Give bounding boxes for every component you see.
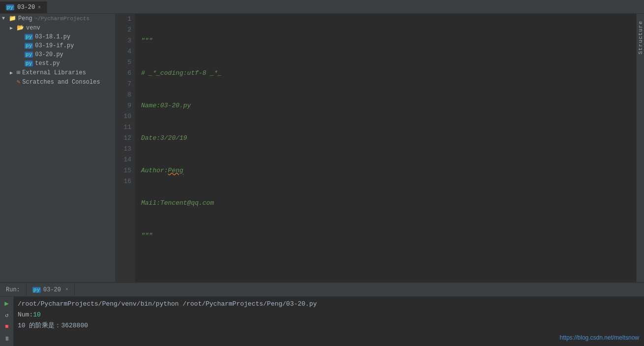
run-result: 10 的阶乘是：3628800 xyxy=(18,320,640,331)
code-line-3: Name:03-20.py xyxy=(141,100,630,111)
bottom-tab-03-20[interactable]: py 03-20 × xyxy=(27,283,75,297)
library-icon: ⊞ xyxy=(17,69,20,76)
arrow-extlibs: ▶ xyxy=(10,70,17,76)
sidebar-item-venv[interactable]: ▶ 📂 venv xyxy=(0,23,115,32)
code-line-5: Author:Peng xyxy=(141,165,630,176)
structure-label[interactable]: Structure xyxy=(638,18,644,57)
bottom-content: /root/PycharmProjects/Peng/venv/bin/pyth… xyxy=(14,297,644,346)
watermark: https://blog.csdn.net/meltsnow xyxy=(560,334,639,341)
code-editor[interactable]: 1 2 3 4 5 6 7 8 9 10 11 12 13 14 15 16 "… xyxy=(116,14,636,282)
rerun-button[interactable]: ↺ xyxy=(2,311,11,319)
sidebar-item-peng[interactable]: ▼ 📁 Peng ~/PycharmProjects xyxy=(0,14,115,23)
run-tab-close-icon[interactable]: × xyxy=(65,287,68,292)
tab-close-icon[interactable]: × xyxy=(38,5,41,10)
sidebar-item-scratches[interactable]: ✎ Scratches and Consoles xyxy=(0,77,115,87)
bottom-left-sidebar: ▶ ↺ ■ ⏸ ⬆ ⬇ xyxy=(0,297,14,346)
sidebar: ▼ 📁 Peng ~/PycharmProjects ▶ 📂 venv py 0… xyxy=(0,14,116,282)
py-file-icon-3: py xyxy=(25,52,33,58)
scratches-icon: ✎ xyxy=(17,78,20,86)
run-prompt-text: Num: xyxy=(18,311,33,318)
structure-panel[interactable]: Structure xyxy=(636,14,644,282)
sidebar-item-scratches-label: Scratches and Consoles xyxy=(22,79,100,86)
bottom-tabs: Run: py 03-20 × xyxy=(0,283,644,297)
run-tab-py-icon: py xyxy=(32,287,41,293)
code-line-1: """ xyxy=(141,35,630,46)
bottom-panel: Run: py 03-20 × ▶ ↺ ■ ⏸ ⬆ ⬇ /root/Pychar… xyxy=(0,282,644,346)
run-path: /root/PycharmProjects/Peng/venv/bin/pyth… xyxy=(18,299,640,310)
code-line-6: Mail:Tencent@qq.com xyxy=(141,198,630,209)
tab-label: 03-20 xyxy=(17,4,35,11)
sidebar-item-03-19[interactable]: py 03-19-if.py xyxy=(0,41,115,50)
run-prompt-line: Num:10 xyxy=(18,310,640,320)
sidebar-item-03-18-label: 03-18.1.py xyxy=(35,33,70,40)
sidebar-item-extlib-label: External Libraries xyxy=(22,69,86,76)
sidebar-item-external-libraries[interactable]: ▶ ⊞ External Libraries xyxy=(0,68,115,77)
sidebar-peng-path: ~/PycharmProjects xyxy=(34,16,89,22)
sidebar-item-peng-label: Peng xyxy=(18,15,32,22)
sidebar-item-03-20[interactable]: py 03-20.py xyxy=(0,50,115,59)
code-line-7: """ xyxy=(141,230,630,241)
arrow-venv: ▶ xyxy=(10,25,17,31)
run-label: Run: xyxy=(0,283,27,297)
project-folder-icon: 📁 xyxy=(9,15,16,22)
py-file-icon-4: py xyxy=(25,61,33,66)
line-numbers: 1 2 3 4 5 6 7 8 9 10 11 12 13 14 15 16 xyxy=(116,14,135,282)
venv-folder-icon: 📂 xyxy=(17,24,24,31)
sidebar-item-03-18[interactable]: py 03-18.1.py xyxy=(0,32,115,41)
pause-button[interactable]: ⏸ xyxy=(2,334,11,343)
code-line-8 xyxy=(141,263,630,274)
sidebar-item-test-label: test.py xyxy=(35,60,59,67)
tab-bar: py 03-20 × xyxy=(0,0,644,14)
py-file-icon-1: py xyxy=(25,34,33,40)
main-area: ▼ 📁 Peng ~/PycharmProjects ▶ 📂 venv py 0… xyxy=(0,14,644,282)
bottom-run-area: ▶ ↺ ■ ⏸ ⬆ ⬇ /root/PycharmProjects/Peng/v… xyxy=(0,297,644,346)
editor-area: 1 2 3 4 5 6 7 8 9 10 11 12 13 14 15 16 "… xyxy=(116,14,636,282)
sidebar-item-03-20-label: 03-20.py xyxy=(35,51,63,58)
code-line-4: Date:3/20/19 xyxy=(141,133,630,144)
code-line-2: # _*_coding:utf-8 _*_ xyxy=(141,68,630,79)
code-content[interactable]: """ # _*_coding:utf-8 _*_ Name:03-20.py … xyxy=(135,14,636,282)
run-play-button[interactable]: ▶ xyxy=(2,299,11,308)
py-file-icon-2: py xyxy=(25,43,33,49)
sidebar-item-venv-label: venv xyxy=(26,25,40,31)
editor-tab-03-20[interactable]: py 03-20 × xyxy=(0,1,47,13)
run-input-value: 10 xyxy=(33,311,41,318)
py-icon: py xyxy=(6,4,14,10)
run-tab-label: 03-20 xyxy=(43,286,61,293)
arrow-peng: ▼ xyxy=(2,16,9,21)
stop-button[interactable]: ■ xyxy=(2,322,11,331)
sidebar-item-test[interactable]: py test.py xyxy=(0,59,115,68)
sidebar-item-03-19-label: 03-19-if.py xyxy=(35,42,74,49)
